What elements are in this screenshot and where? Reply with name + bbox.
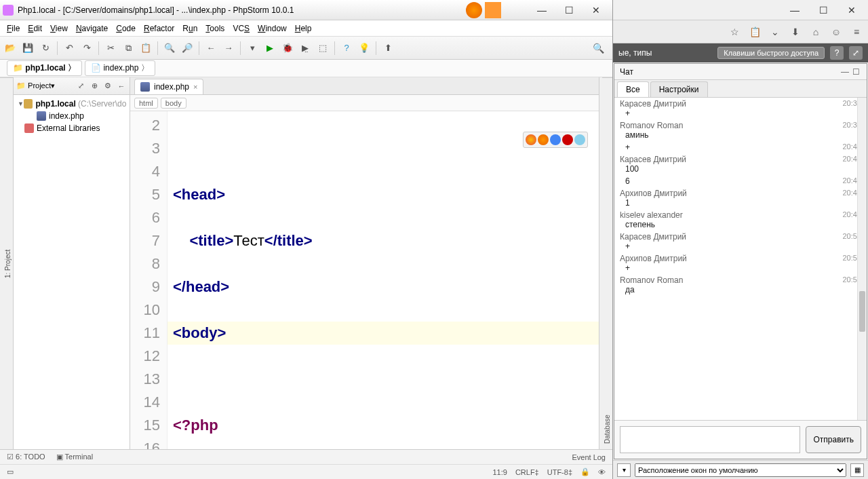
menu-run[interactable]: Run (180, 22, 200, 35)
hamburger-icon[interactable]: ≡ (849, 24, 864, 39)
right-maximize[interactable]: ☐ (810, 2, 837, 18)
right-titlebar: — ☐ ✕ (613, 0, 868, 20)
pocket-icon[interactable]: ⌄ (768, 24, 783, 39)
project-panel-title: 📁 Project▾ (16, 81, 55, 90)
crumb-body[interactable]: body (161, 98, 186, 109)
copy-icon[interactable]: ⧉ (121, 41, 136, 56)
menu-help[interactable]: Help (292, 22, 315, 35)
opera-icon[interactable] (562, 134, 573, 145)
chat-message: Romanov Roman20:52да (614, 274, 867, 296)
tree-root[interactable]: ▼ php1.local (C:\Server\dom (14, 98, 130, 110)
status-icon[interactable]: ▭ (7, 467, 14, 476)
window-title: Php1.local - [C:/Server/domains/php1.loc… (18, 5, 294, 15)
search-icon[interactable]: 🔍 (593, 43, 610, 54)
paste-icon[interactable]: 📋 (138, 41, 153, 56)
scroll-icon[interactable]: ⊕ (89, 81, 100, 92)
hide-icon[interactable]: ← (116, 81, 127, 92)
dropdown-1[interactable]: ▾ (617, 463, 631, 477)
forward-icon[interactable]: → (221, 41, 236, 56)
close-button[interactable]: ✕ (583, 2, 610, 18)
stop-icon[interactable]: ⬚ (315, 41, 330, 56)
help-icon[interactable]: ? (339, 41, 354, 56)
download-icon[interactable]: ⬇ (788, 24, 803, 39)
right-minimize[interactable]: — (781, 2, 808, 18)
open-icon[interactable]: 📂 (3, 41, 18, 56)
inspector-icon[interactable]: 👁 (598, 468, 606, 476)
project-panel: 📁 Project▾ ⤢ ⊕ ⚙ ← ▼ php1.local (C:\Serv… (14, 77, 130, 449)
menu-edit[interactable]: Edit (25, 22, 45, 35)
menu-view[interactable]: View (47, 22, 71, 35)
debug-icon[interactable]: 🐞 (280, 41, 295, 56)
breadcrumb-file[interactable]: 📄 index.php 〉 (85, 60, 155, 76)
chat-scrollbar[interactable] (857, 98, 867, 420)
undo-icon[interactable]: ↶ (62, 41, 77, 56)
back-icon[interactable]: ← (203, 41, 218, 56)
mic-icon[interactable] (485, 2, 501, 18)
chrome-icon[interactable] (526, 134, 536, 145)
layout-select[interactable]: Расположение окон по умолчанию (635, 463, 846, 477)
line-sep[interactable]: CRLF‡ (515, 468, 539, 476)
sync-icon[interactable]: ↻ (38, 41, 53, 56)
shortcuts-button[interactable]: Клавиши быстрого доступа (717, 47, 825, 59)
deploy-icon[interactable]: ⬆ (380, 41, 395, 56)
run-icon[interactable]: ▶ (262, 41, 277, 56)
chat-tab-all[interactable]: Все (617, 81, 649, 97)
terminal-tab[interactable]: ▣ Terminal (56, 453, 93, 461)
grid-icon[interactable]: ▦ (850, 463, 864, 477)
menu-tools[interactable]: Tools (203, 22, 227, 35)
tree-external-libs[interactable]: External Libraries (14, 122, 130, 134)
lock-icon[interactable]: 🔒 (580, 467, 590, 476)
help-button[interactable]: ? (830, 46, 844, 60)
home-icon[interactable]: ⌂ (808, 24, 823, 39)
menu-code[interactable]: Code (113, 22, 138, 35)
chat-minimize[interactable]: — (840, 67, 850, 77)
cut-icon[interactable]: ✂ (103, 41, 118, 56)
tool-project[interactable]: 1: Project (3, 77, 13, 449)
chat-message: 20:40+ (614, 141, 867, 153)
star-icon[interactable]: ☆ (727, 24, 742, 39)
phpstorm-titlebar: Php1.local - [C:/Server/domains/php1.loc… (0, 0, 612, 20)
right-close[interactable]: ✕ (838, 2, 865, 18)
eventlog-tab[interactable]: Event Log (572, 453, 606, 461)
browser-preview-icons[interactable] (523, 132, 588, 148)
tip-icon[interactable]: 💡 (357, 41, 372, 56)
tool-database[interactable]: Database (602, 77, 612, 449)
clipboard-icon[interactable]: 📋 (747, 24, 762, 39)
replace-icon[interactable]: 🔎 (180, 41, 195, 56)
menu-refactor[interactable]: Refactor (141, 22, 177, 35)
collapse-icon[interactable]: ⤢ (75, 81, 86, 92)
firefox-pv-icon[interactable] (538, 134, 549, 145)
chat-send-button[interactable]: Отправить (806, 426, 861, 453)
crumb-html[interactable]: html (134, 98, 158, 109)
chat-tab-settings[interactable]: Настройки (650, 81, 708, 97)
find-icon[interactable]: 🔍 (162, 41, 177, 56)
safari-icon[interactable] (574, 134, 585, 145)
expand-button[interactable]: ⤢ (849, 46, 863, 60)
chat-textarea[interactable] (620, 426, 800, 453)
tab-close-icon[interactable]: × (193, 83, 197, 91)
coverage-icon[interactable]: ▶̤ (298, 41, 313, 56)
save-icon[interactable]: 💾 (20, 41, 35, 56)
todo-tab[interactable]: ☑ 6: TODO (7, 453, 45, 461)
menu-file[interactable]: File (4, 22, 22, 35)
minimize-button[interactable]: — (528, 2, 555, 18)
smile-icon[interactable]: ☺ (829, 24, 844, 39)
gear-icon[interactable]: ⚙ (102, 81, 113, 92)
editor-tab-index[interactable]: index.php × (134, 79, 203, 94)
tree-file-index[interactable]: index.php (14, 110, 130, 122)
chat-message: Карасев Дмитрий20:43100 (614, 153, 867, 175)
redo-icon[interactable]: ↷ (79, 41, 94, 56)
menu-navigate[interactable]: Navigate (73, 22, 111, 35)
maximize-button[interactable]: ☐ (555, 2, 583, 18)
encoding[interactable]: UTF-8‡ (547, 468, 572, 476)
menu-vcs[interactable]: VCS (230, 22, 252, 35)
firefox-icon[interactable] (466, 2, 482, 18)
menu-window[interactable]: Window (255, 22, 290, 35)
ie-icon[interactable] (550, 134, 561, 145)
breadcrumb-project[interactable]: 📁 php1.local 〉 (7, 60, 82, 76)
tool-structure[interactable]: 7: Structure (0, 77, 3, 449)
chat-restore[interactable]: ☐ (850, 67, 861, 77)
chat-message-list[interactable]: Карасев Дмитрий20:35+Romanov Roman20:36а… (614, 98, 867, 420)
code-editor[interactable]: 2345678910111213141516 <head> <title>Тес… (130, 111, 599, 449)
run-config-dropdown[interactable]: ▾ (245, 41, 260, 56)
